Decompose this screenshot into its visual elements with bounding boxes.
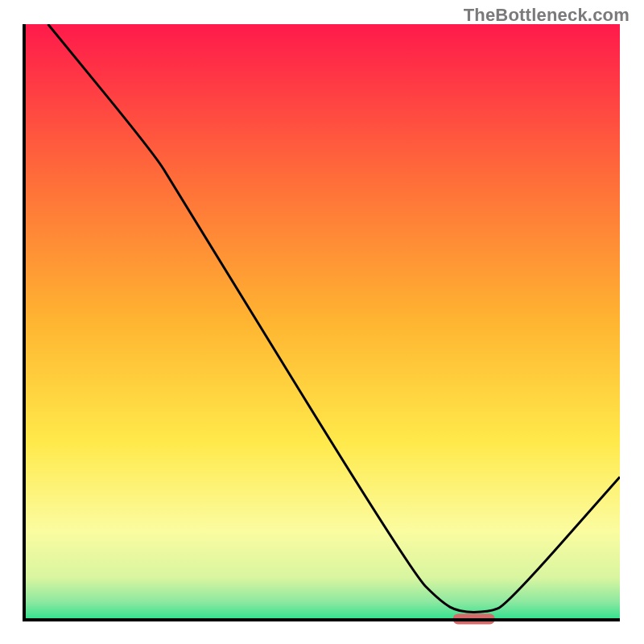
watermark-text: TheBottleneck.com xyxy=(464,5,630,26)
bottleneck-chart xyxy=(0,0,644,644)
chart-container: TheBottleneck.com xyxy=(0,0,644,644)
plot-background xyxy=(24,24,620,620)
